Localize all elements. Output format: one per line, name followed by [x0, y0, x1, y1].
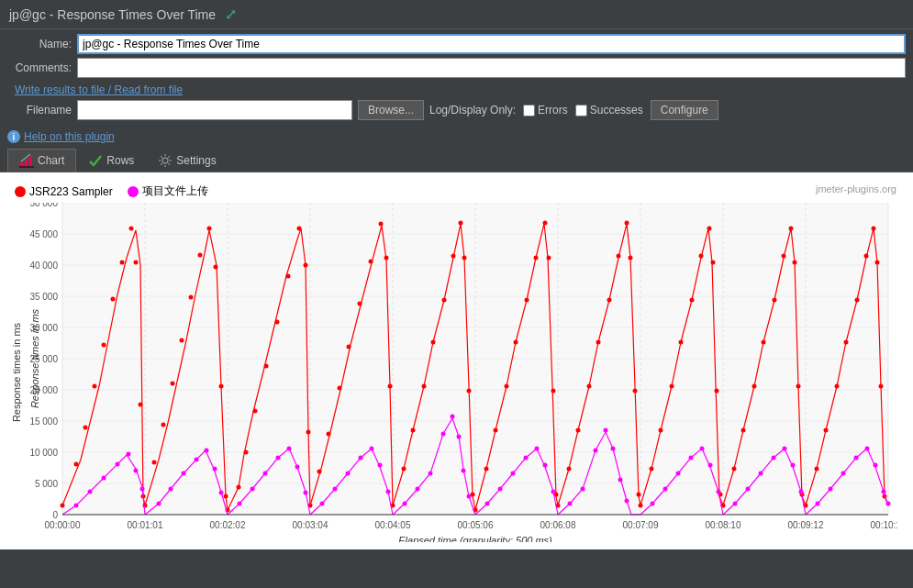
svg-point-174 [386, 490, 391, 494]
name-input[interactable] [77, 34, 906, 54]
successes-checkbox[interactable] [575, 105, 587, 116]
svg-point-166 [295, 465, 300, 470]
tab-rows[interactable]: Rows [76, 149, 146, 172]
svg-text:00:09:12: 00:09:12 [788, 520, 824, 530]
svg-point-132 [789, 227, 794, 231]
svg-text:00:01:01: 00:01:01 [128, 520, 163, 530]
svg-point-138 [824, 428, 829, 433]
svg-point-184 [498, 487, 503, 492]
svg-point-43 [102, 343, 106, 348]
svg-point-75 [347, 345, 351, 349]
svg-point-144 [875, 261, 880, 265]
svg-text:45 000: 45 000 [29, 229, 58, 239]
svg-text:00:02:02: 00:02:02 [210, 520, 246, 530]
svg-point-90 [467, 389, 472, 394]
svg-rect-1 [25, 159, 28, 167]
svg-point-199 [676, 472, 681, 476]
legend-jsr223: JSR223 Sampler [15, 185, 113, 198]
svg-point-142 [864, 254, 869, 259]
svg-point-42 [93, 384, 97, 389]
svg-point-193 [604, 428, 608, 433]
svg-text:00:04:05: 00:04:05 [375, 520, 411, 530]
y-axis-label: Response times in ms [11, 323, 22, 422]
svg-point-188 [543, 463, 548, 468]
chart-tab-icon [19, 153, 34, 168]
errors-checkbox[interactable] [523, 105, 535, 116]
legend-upload: 项目文件上传 [128, 183, 208, 199]
svg-point-198 [663, 487, 668, 492]
write-read-link[interactable]: Write results to file / Read from file [15, 83, 183, 96]
svg-point-201 [700, 447, 705, 451]
help-link[interactable]: Help on this plugin [24, 130, 115, 143]
svg-point-116 [659, 428, 663, 433]
svg-text:00:10:13: 00:10:13 [871, 520, 897, 530]
svg-text:Response times in ms: Response times in ms [29, 308, 40, 408]
svg-point-39 [61, 504, 65, 508]
svg-point-212 [829, 487, 833, 492]
svg-point-72 [317, 470, 322, 474]
y-axis-label-container: Response times in ms [7, 203, 26, 542]
svg-point-162 [251, 487, 255, 492]
svg-point-167 [304, 491, 308, 495]
svg-point-58 [214, 265, 218, 270]
svg-point-114 [639, 504, 643, 508]
svg-point-181 [462, 469, 466, 473]
svg-rect-2 [29, 155, 32, 167]
svg-point-89 [462, 256, 467, 261]
svg-point-74 [338, 386, 342, 391]
write-read-row: Write results to file / Read from file [7, 82, 906, 98]
svg-point-56 [198, 253, 203, 258]
chart-area: JSR223 Sampler 项目文件上传 jmeter-plugins.org… [0, 172, 913, 549]
svg-point-202 [708, 463, 713, 468]
svg-point-203 [717, 490, 721, 494]
svg-point-190 [568, 502, 573, 506]
tab-chart[interactable]: Chart [7, 149, 76, 172]
svg-point-120 [699, 254, 704, 259]
svg-point-175 [403, 502, 407, 506]
svg-text:0: 0 [52, 510, 58, 520]
errors-checkbox-label[interactable]: Errors [523, 104, 568, 116]
svg-point-88 [459, 221, 463, 226]
svg-point-70 [306, 430, 311, 435]
tab-settings[interactable]: Settings [146, 149, 228, 172]
svg-point-179 [451, 415, 455, 419]
svg-point-169 [333, 487, 338, 492]
successes-checkbox-label[interactable]: Successes [575, 104, 643, 116]
legend-upload-label: 项目文件上传 [142, 183, 208, 199]
svg-point-108 [607, 298, 612, 303]
svg-text:00:03:04: 00:03:04 [293, 520, 328, 530]
chart-with-axes: Response times in ms [7, 203, 906, 542]
svg-point-204 [733, 502, 738, 506]
configure-button[interactable]: Configure [651, 100, 718, 120]
svg-point-210 [799, 490, 804, 494]
svg-point-44 [111, 297, 116, 302]
svg-point-149 [102, 476, 106, 481]
svg-point-51 [152, 460, 157, 465]
svg-point-137 [815, 467, 819, 472]
form-area: Name: Comments: Write results to file / … [0, 29, 913, 128]
name-label: Name: [7, 38, 72, 50]
filename-input[interactable] [77, 100, 352, 120]
expand-icon[interactable]: ⤢ [225, 6, 237, 23]
svg-point-155 [169, 487, 173, 492]
svg-point-197 [651, 502, 655, 506]
svg-point-80 [388, 384, 393, 389]
browse-button[interactable]: Browse... [358, 100, 424, 120]
svg-point-82 [402, 467, 406, 472]
svg-point-143 [872, 227, 876, 231]
svg-point-195 [618, 478, 623, 483]
svg-point-59 [219, 384, 224, 389]
svg-point-189 [551, 490, 556, 494]
svg-point-109 [617, 254, 621, 259]
svg-point-4 [162, 158, 168, 163]
svg-point-47 [134, 261, 139, 265]
comments-input[interactable] [77, 58, 906, 78]
svg-point-205 [746, 487, 751, 492]
chart-legend: JSR223 Sampler 项目文件上传 jmeter-plugins.org [7, 180, 906, 203]
tabs-bar: Chart Rows Settings [0, 145, 913, 172]
svg-point-110 [625, 221, 629, 226]
svg-point-217 [882, 490, 886, 494]
svg-point-41 [84, 426, 88, 430]
svg-text:00:07:09: 00:07:09 [623, 520, 659, 530]
legend-upload-dot [128, 186, 139, 197]
